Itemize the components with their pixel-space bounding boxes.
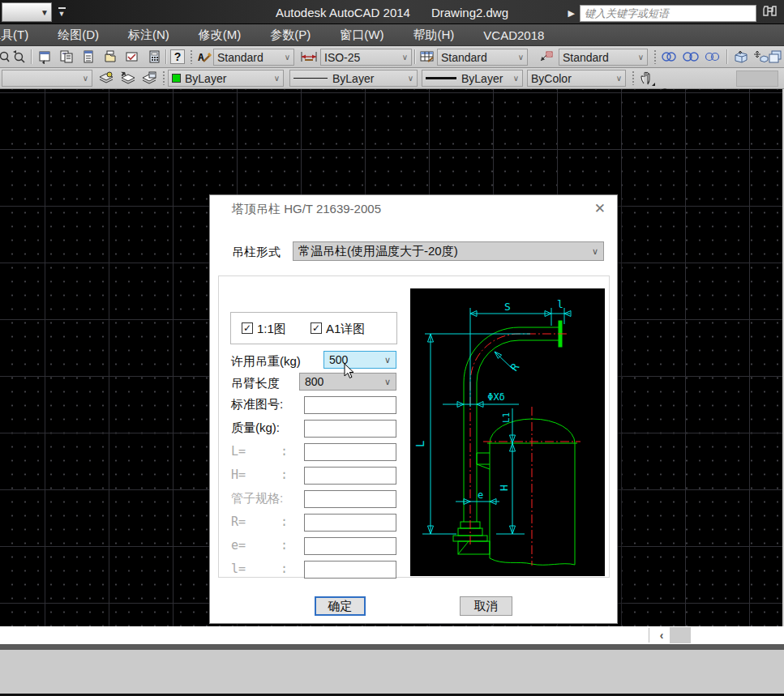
small-l-label: l= [231,561,246,576]
scale-1-1-checkbox[interactable]: ✓ [242,322,253,334]
L-input[interactable] [304,443,396,461]
linetype-sample [293,78,328,79]
dim-h-label: H [498,485,510,491]
text-style-value: Standard [217,51,263,64]
lineweight-combo[interactable]: ByLayer ∨ [422,70,523,87]
drawing-options-box: ✓ 1:1图 ✓ A1详图 [230,312,397,344]
davit-dialog: 塔顶吊柱 HG/T 21639-2005 ✕ 吊柱形式 常温吊柱(使用温度大于-… [209,194,618,624]
pipe-spec-label: 管子规格: [231,491,283,506]
mass-label: 质量(kg): [231,421,280,436]
dim-l-label: l [557,298,563,310]
help-icon[interactable]: ? [169,49,186,65]
sheet-set-manager-icon[interactable] [101,49,119,65]
table-style-combo[interactable]: Standard ∨ [437,49,528,66]
properties-palette-icon[interactable] [79,49,97,65]
small-l-colon: : [281,561,288,576]
chevron-down-icon: ∨ [402,53,408,62]
menu-draw[interactable]: 绘图(D) [43,28,114,43]
mleader-style-value: Standard [563,51,609,64]
davit-type-value: 常温吊柱(使用温度大于-20度) [298,244,458,259]
search-input[interactable] [580,5,756,22]
mleader-style-combo[interactable]: Standard ∨ [559,49,648,66]
menu-window[interactable]: 窗口(W) [325,28,398,43]
group-edit-icon[interactable] [704,49,722,65]
dimension-style-icon[interactable] [300,49,318,65]
allowable-load-combo[interactable]: 500 ∨ [323,351,396,369]
search-flyout-icon[interactable]: ▶ [568,8,575,19]
text-style-combo[interactable]: Standard ∨ [213,49,294,66]
text-style-icon[interactable]: A [195,49,213,65]
davit-type-combo[interactable]: 常温吊柱(使用温度大于-20度) ∨ [293,241,604,261]
chevron-down-icon: ∨ [384,377,391,387]
arm-length-combo[interactable]: 800 ∨ [299,373,396,391]
davit-schematic: S l R ΦXδ L1 L H e [410,288,605,576]
menu-dimension[interactable]: 标注(N) [114,28,184,43]
pipe-spec-input[interactable] [304,490,396,508]
plot-style-value: ByColor [531,72,572,85]
document-title: Drawing2.dwg [431,6,508,19]
pan-icon[interactable] [637,70,655,86]
color-combo[interactable]: ByLayer ∨ [168,70,284,87]
divider [649,628,649,643]
cancel-button[interactable]: 取消 [460,596,512,616]
dim-style-combo[interactable]: ISO-25 ∨ [320,49,412,66]
multileader-style-icon[interactable] [538,49,555,65]
table-style-icon[interactable] [418,49,436,65]
layer-previous-icon[interactable] [139,70,157,86]
quickcalc-icon[interactable] [145,49,163,65]
allowable-load-value: 500 [329,353,348,366]
table-style-value: Standard [441,51,487,64]
palettes-icon[interactable] [58,49,75,65]
menu-modify[interactable]: 修改(M) [184,28,256,43]
davit-type-label: 吊柱形式 [232,245,281,260]
small-l-input[interactable] [304,561,396,579]
mass-input[interactable] [304,420,396,438]
zoom-previous-icon[interactable] [10,49,28,65]
dim-s-label: S [504,301,511,313]
make-layer-current-icon[interactable] [118,70,136,86]
dialog-title: 塔顶吊柱 HG/T 21639-2005 [232,202,381,217]
panel-divider-bar [0,644,784,650]
markup-set-manager-icon[interactable] [123,49,141,65]
menu-vcad2018[interactable]: VCAD2018 [469,28,559,42]
dim-e-label: e [478,489,483,501]
chevron-down-icon: ∨ [518,53,524,62]
close-icon[interactable]: ✕ [594,200,606,217]
ungroup-icon[interactable] [682,49,700,65]
drawing-canvas[interactable]: 塔顶吊柱 HG/T 21639-2005 ✕ 吊柱形式 常温吊柱(使用温度大于-… [0,89,784,626]
menu-tools[interactable]: 工具(T) [0,28,43,43]
a1-detail-checkbox[interactable]: ✓ [311,322,322,334]
scroll-left-icon[interactable]: ‹ [655,627,668,643]
app-title: Autodesk AutoCAD 2014 [276,6,410,19]
menu-parametric[interactable]: 参数(P) [255,28,325,43]
extract-edges-icon[interactable] [732,49,750,65]
chevron-down-icon: ∨ [384,355,391,365]
arm-length-label: 吊臂长度 [231,376,280,391]
ok-button[interactable]: 确定 [315,596,366,616]
tool-palettes-icon[interactable] [36,49,54,65]
dim-style-value: ISO-25 [324,51,360,64]
layer-combo[interactable]: ∨ [2,70,92,87]
lineweight-value: ByLayer [461,72,503,85]
scrollbar-thumb[interactable] [670,627,691,643]
plot-style-combo[interactable]: ByColor ∨ [527,70,626,87]
R-input[interactable] [304,514,396,532]
H-input[interactable] [304,467,396,485]
chevron-down-icon: ∨ [513,74,519,83]
3d-copy-icon[interactable] [766,49,784,65]
e-input[interactable] [304,537,396,555]
R-colon: : [281,515,288,529]
chevron-down-icon: ∨ [592,246,598,257]
menu-help[interactable]: 帮助(H) [398,28,469,43]
e-label: e= [231,538,246,553]
allowable-load-label: 许用吊重(kg) [231,354,301,369]
binoculars-icon[interactable] [761,3,779,23]
std-drawing-no-label: 标准图号: [231,397,283,412]
command-panel-area [0,650,784,696]
layer-properties-icon[interactable] [97,70,115,86]
std-drawing-no-input[interactable] [304,396,396,414]
chevron-down-icon: ∨ [83,74,88,83]
linetype-combo[interactable]: ByLayer ∨ [289,70,418,87]
R-label: R= [231,515,246,529]
group-icon[interactable] [660,49,678,65]
